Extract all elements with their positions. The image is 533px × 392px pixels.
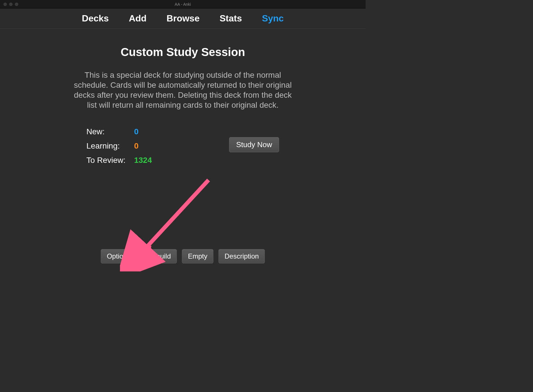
traffic-lights <box>0 3 18 6</box>
stat-learning-label: Learning: <box>87 141 126 151</box>
nav-sync[interactable]: Sync <box>262 13 284 24</box>
rebuild-button[interactable]: Rebuild <box>142 249 177 263</box>
bottom-buttons: Options Rebuild Empty Description <box>101 249 265 263</box>
deck-description: This is a special deck for studying outs… <box>70 70 296 110</box>
nav-stats[interactable]: Stats <box>220 13 242 24</box>
options-button[interactable]: Options <box>101 249 137 263</box>
nav-browse[interactable]: Browse <box>167 13 200 24</box>
nav-add[interactable]: Add <box>129 13 147 24</box>
stat-new-label: New: <box>87 127 126 136</box>
minimize-icon[interactable] <box>9 3 13 6</box>
main-content: Custom Study Session This is a special d… <box>0 29 366 269</box>
stats-study-row: New: 0 Learning: 0 To Review: 1324 Study… <box>87 127 279 165</box>
close-icon[interactable] <box>3 3 7 6</box>
description-button[interactable]: Description <box>219 249 265 263</box>
empty-button[interactable]: Empty <box>182 249 213 263</box>
titlebar: AA - Anki <box>0 0 366 9</box>
study-now-button[interactable]: Study Now <box>229 137 279 152</box>
anki-window: AA - Anki Decks Add Browse Stats Sync Cu… <box>0 0 366 269</box>
stat-new-value: 0 <box>134 127 152 136</box>
stat-review-label: To Review: <box>87 156 126 165</box>
stat-review-value: 1324 <box>134 156 152 165</box>
maximize-icon[interactable] <box>15 3 18 6</box>
nav-bar: Decks Add Browse Stats Sync <box>0 9 366 29</box>
deck-title: Custom Study Session <box>121 46 245 59</box>
stats-table: New: 0 Learning: 0 To Review: 1324 <box>87 127 152 165</box>
svg-line-1 <box>140 180 209 254</box>
window-title: AA - Anki <box>175 2 191 7</box>
stat-learning-value: 0 <box>134 141 152 151</box>
nav-decks[interactable]: Decks <box>82 13 109 24</box>
